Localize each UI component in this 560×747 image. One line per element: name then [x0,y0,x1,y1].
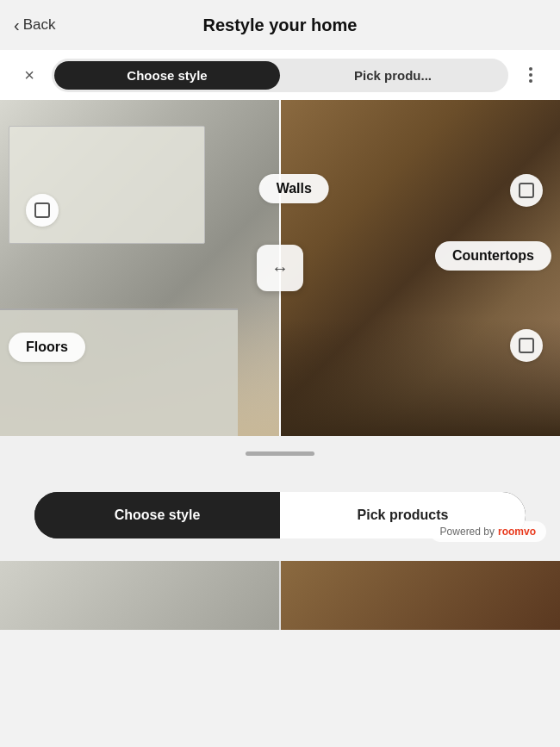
scroll-indicator [246,451,314,456]
drag-handle[interactable]: ↔ [257,245,303,291]
image-comparison: Floors Countertops [0,100,560,436]
close-button[interactable]: × [14,59,45,90]
checkbox-inner-br [519,338,534,353]
cabinet-lower [0,308,238,436]
bottom-section: Powered by roomvo Choose style Pick prod… [0,436,560,561]
checkbox-walls[interactable] [26,194,59,227]
label-countertops[interactable]: Countertops [435,241,551,271]
tab-pick-products[interactable]: Pick produ... [280,61,506,90]
bottom-tab-choose-style[interactable]: Choose style [34,492,280,538]
powered-by-prefix: Powered by [440,526,495,538]
roomvo-brand: roomvo [498,526,536,538]
thumbnail-right[interactable] [281,561,560,630]
image-right: Countertops [280,100,560,436]
close-icon: × [24,65,34,85]
back-button[interactable]: ‹ Back [14,16,55,35]
checkbox-top-right[interactable] [510,174,543,207]
checkbox-inner [34,202,50,218]
more-icon [529,67,532,83]
thumbnail-strip [0,561,560,630]
app-container: ‹ Back Restyle your home × Choose style … [0,0,560,747]
label-floors[interactable]: Floors [9,333,85,362]
top-tab-bar: × Choose style Pick produ... [0,50,560,100]
header: ‹ Back Restyle your home [0,0,560,50]
image-left: Floors [0,100,280,436]
powered-by: Powered by roomvo [430,521,546,542]
tab-group: Choose style Pick produ... [52,59,508,92]
thumbnail-left[interactable] [0,561,279,630]
page-title: Restyle your home [203,16,358,35]
back-label: Back [23,16,56,34]
drag-arrows-icon: ↔ [271,258,289,278]
kitchen-left-bg [0,100,280,436]
label-walls[interactable]: Walls [259,174,329,203]
tab-choose-style[interactable]: Choose style [54,61,280,90]
checkbox-inner-tr [519,183,534,198]
back-chevron-icon: ‹ [14,16,20,35]
more-options-button[interactable] [515,59,546,90]
split-images: Floors Countertops [0,100,560,436]
checkbox-bottom-right[interactable] [510,329,543,362]
